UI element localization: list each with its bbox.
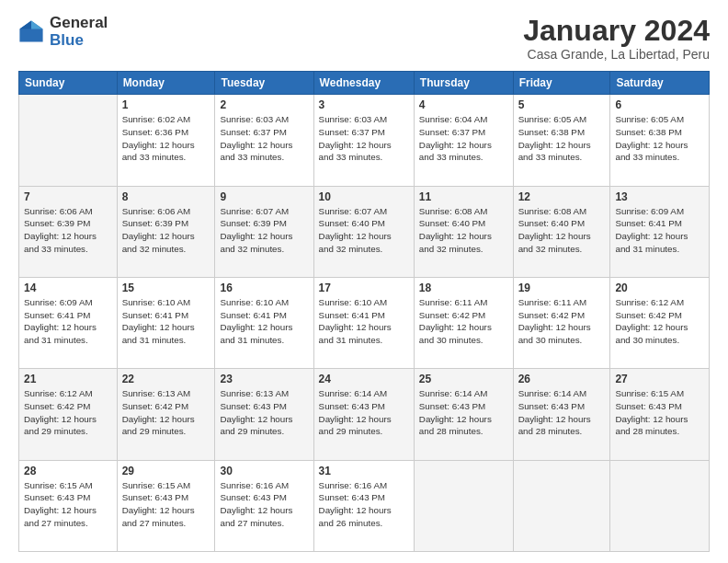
calendar-cell: 4Sunrise: 6:04 AM Sunset: 6:37 PM Daylig… bbox=[414, 95, 513, 186]
calendar-cell bbox=[610, 460, 710, 551]
svg-marker-1 bbox=[31, 20, 43, 29]
day-number: 20 bbox=[615, 282, 704, 294]
col-friday: Friday bbox=[513, 72, 610, 95]
day-number: 7 bbox=[24, 190, 112, 203]
day-info: Sunrise: 6:07 AM Sunset: 6:39 PM Dayligh… bbox=[220, 205, 308, 256]
day-number: 9 bbox=[220, 190, 308, 203]
col-wednesday: Wednesday bbox=[313, 72, 414, 95]
logo-general: General bbox=[50, 15, 108, 32]
calendar-cell: 19Sunrise: 6:11 AM Sunset: 6:42 PM Dayli… bbox=[513, 277, 610, 368]
day-info: Sunrise: 6:15 AM Sunset: 6:43 PM Dayligh… bbox=[122, 479, 210, 530]
calendar-cell: 30Sunrise: 6:16 AM Sunset: 6:43 PM Dayli… bbox=[215, 460, 313, 551]
logo-icon bbox=[18, 19, 44, 45]
page: General Blue January 2024 Casa Grande, L… bbox=[0, 0, 728, 563]
day-number: 11 bbox=[419, 190, 508, 203]
calendar-week-3: 14Sunrise: 6:09 AM Sunset: 6:41 PM Dayli… bbox=[19, 277, 710, 368]
calendar-cell: 24Sunrise: 6:14 AM Sunset: 6:43 PM Dayli… bbox=[313, 369, 414, 460]
day-info: Sunrise: 6:06 AM Sunset: 6:39 PM Dayligh… bbox=[24, 205, 112, 256]
calendar-cell: 29Sunrise: 6:15 AM Sunset: 6:43 PM Dayli… bbox=[117, 460, 215, 551]
day-info: Sunrise: 6:10 AM Sunset: 6:41 PM Dayligh… bbox=[319, 296, 409, 347]
col-saturday: Saturday bbox=[610, 72, 710, 95]
day-info: Sunrise: 6:08 AM Sunset: 6:40 PM Dayligh… bbox=[419, 205, 508, 256]
calendar-cell: 2Sunrise: 6:03 AM Sunset: 6:37 PM Daylig… bbox=[215, 95, 313, 186]
day-info: Sunrise: 6:14 AM Sunset: 6:43 PM Dayligh… bbox=[419, 387, 508, 438]
calendar-cell: 8Sunrise: 6:06 AM Sunset: 6:39 PM Daylig… bbox=[117, 186, 215, 277]
day-info: Sunrise: 6:09 AM Sunset: 6:41 PM Dayligh… bbox=[615, 205, 704, 256]
day-info: Sunrise: 6:14 AM Sunset: 6:43 PM Dayligh… bbox=[518, 387, 606, 438]
day-number: 31 bbox=[319, 465, 409, 477]
col-sunday: Sunday bbox=[19, 72, 118, 95]
calendar-cell: 20Sunrise: 6:12 AM Sunset: 6:42 PM Dayli… bbox=[610, 277, 710, 368]
day-number: 23 bbox=[220, 373, 308, 385]
svg-marker-2 bbox=[19, 20, 31, 29]
day-info: Sunrise: 6:05 AM Sunset: 6:38 PM Dayligh… bbox=[518, 113, 606, 164]
day-info: Sunrise: 6:03 AM Sunset: 6:37 PM Dayligh… bbox=[220, 113, 308, 164]
day-info: Sunrise: 6:05 AM Sunset: 6:38 PM Dayligh… bbox=[615, 113, 704, 164]
calendar-cell bbox=[19, 95, 118, 186]
day-number: 30 bbox=[220, 465, 308, 477]
calendar-cell: 25Sunrise: 6:14 AM Sunset: 6:43 PM Dayli… bbox=[414, 369, 513, 460]
calendar-body: 1Sunrise: 6:02 AM Sunset: 6:36 PM Daylig… bbox=[19, 95, 710, 552]
header-row: Sunday Monday Tuesday Wednesday Thursday… bbox=[19, 72, 710, 95]
col-monday: Monday bbox=[117, 72, 215, 95]
day-info: Sunrise: 6:09 AM Sunset: 6:41 PM Dayligh… bbox=[24, 296, 112, 347]
day-info: Sunrise: 6:15 AM Sunset: 6:43 PM Dayligh… bbox=[615, 387, 704, 438]
calendar-cell bbox=[414, 460, 513, 551]
calendar-cell: 7Sunrise: 6:06 AM Sunset: 6:39 PM Daylig… bbox=[19, 186, 118, 277]
calendar-cell: 12Sunrise: 6:08 AM Sunset: 6:40 PM Dayli… bbox=[513, 186, 610, 277]
day-info: Sunrise: 6:02 AM Sunset: 6:36 PM Dayligh… bbox=[122, 113, 210, 164]
day-number: 8 bbox=[122, 190, 210, 203]
calendar-cell: 17Sunrise: 6:10 AM Sunset: 6:41 PM Dayli… bbox=[313, 277, 414, 368]
title-block: January 2024 Casa Grande, La Libertad, P… bbox=[523, 15, 710, 62]
day-number: 15 bbox=[122, 282, 210, 294]
day-info: Sunrise: 6:04 AM Sunset: 6:37 PM Dayligh… bbox=[419, 113, 508, 164]
day-number: 17 bbox=[319, 282, 409, 294]
day-info: Sunrise: 6:08 AM Sunset: 6:40 PM Dayligh… bbox=[518, 205, 606, 256]
day-info: Sunrise: 6:07 AM Sunset: 6:40 PM Dayligh… bbox=[319, 205, 409, 256]
day-info: Sunrise: 6:13 AM Sunset: 6:42 PM Dayligh… bbox=[122, 387, 210, 438]
day-number: 10 bbox=[319, 190, 409, 203]
calendar-cell: 3Sunrise: 6:03 AM Sunset: 6:37 PM Daylig… bbox=[313, 95, 414, 186]
calendar-week-1: 1Sunrise: 6:02 AM Sunset: 6:36 PM Daylig… bbox=[19, 95, 710, 186]
month-title: January 2024 bbox=[523, 15, 710, 47]
calendar-cell bbox=[513, 460, 610, 551]
col-thursday: Thursday bbox=[414, 72, 513, 95]
calendar-table: Sunday Monday Tuesday Wednesday Thursday… bbox=[18, 71, 710, 552]
logo-text: General Blue bbox=[50, 15, 108, 49]
day-number: 2 bbox=[220, 98, 308, 111]
day-number: 18 bbox=[419, 282, 508, 294]
day-info: Sunrise: 6:13 AM Sunset: 6:43 PM Dayligh… bbox=[220, 387, 308, 438]
day-number: 28 bbox=[24, 465, 112, 477]
day-number: 21 bbox=[24, 373, 112, 385]
calendar-cell: 28Sunrise: 6:15 AM Sunset: 6:43 PM Dayli… bbox=[19, 460, 118, 551]
day-number: 29 bbox=[122, 465, 210, 477]
day-number: 12 bbox=[518, 190, 606, 203]
day-info: Sunrise: 6:11 AM Sunset: 6:42 PM Dayligh… bbox=[419, 296, 508, 347]
calendar-cell: 9Sunrise: 6:07 AM Sunset: 6:39 PM Daylig… bbox=[215, 186, 313, 277]
calendar-cell: 22Sunrise: 6:13 AM Sunset: 6:42 PM Dayli… bbox=[117, 369, 215, 460]
calendar-week-2: 7Sunrise: 6:06 AM Sunset: 6:39 PM Daylig… bbox=[19, 186, 710, 277]
day-info: Sunrise: 6:14 AM Sunset: 6:43 PM Dayligh… bbox=[319, 387, 409, 438]
calendar-cell: 1Sunrise: 6:02 AM Sunset: 6:36 PM Daylig… bbox=[117, 95, 215, 186]
calendar-cell: 18Sunrise: 6:11 AM Sunset: 6:42 PM Dayli… bbox=[414, 277, 513, 368]
calendar-cell: 5Sunrise: 6:05 AM Sunset: 6:38 PM Daylig… bbox=[513, 95, 610, 186]
calendar-cell: 21Sunrise: 6:12 AM Sunset: 6:42 PM Dayli… bbox=[19, 369, 118, 460]
calendar-header: Sunday Monday Tuesday Wednesday Thursday… bbox=[19, 72, 710, 95]
col-tuesday: Tuesday bbox=[215, 72, 313, 95]
calendar-week-5: 28Sunrise: 6:15 AM Sunset: 6:43 PM Dayli… bbox=[19, 460, 710, 551]
calendar-cell: 31Sunrise: 6:16 AM Sunset: 6:43 PM Dayli… bbox=[313, 460, 414, 551]
day-number: 19 bbox=[518, 282, 606, 294]
day-info: Sunrise: 6:10 AM Sunset: 6:41 PM Dayligh… bbox=[220, 296, 308, 347]
header: General Blue January 2024 Casa Grande, L… bbox=[18, 15, 710, 62]
day-number: 4 bbox=[419, 98, 508, 111]
day-number: 3 bbox=[319, 98, 409, 111]
calendar-cell: 27Sunrise: 6:15 AM Sunset: 6:43 PM Dayli… bbox=[610, 369, 710, 460]
day-number: 14 bbox=[24, 282, 112, 294]
calendar-cell: 10Sunrise: 6:07 AM Sunset: 6:40 PM Dayli… bbox=[313, 186, 414, 277]
day-info: Sunrise: 6:16 AM Sunset: 6:43 PM Dayligh… bbox=[220, 479, 308, 530]
calendar-week-4: 21Sunrise: 6:12 AM Sunset: 6:42 PM Dayli… bbox=[19, 369, 710, 460]
day-info: Sunrise: 6:12 AM Sunset: 6:42 PM Dayligh… bbox=[24, 387, 112, 438]
day-info: Sunrise: 6:15 AM Sunset: 6:43 PM Dayligh… bbox=[24, 479, 112, 530]
day-number: 27 bbox=[615, 373, 704, 385]
day-number: 6 bbox=[615, 98, 704, 111]
